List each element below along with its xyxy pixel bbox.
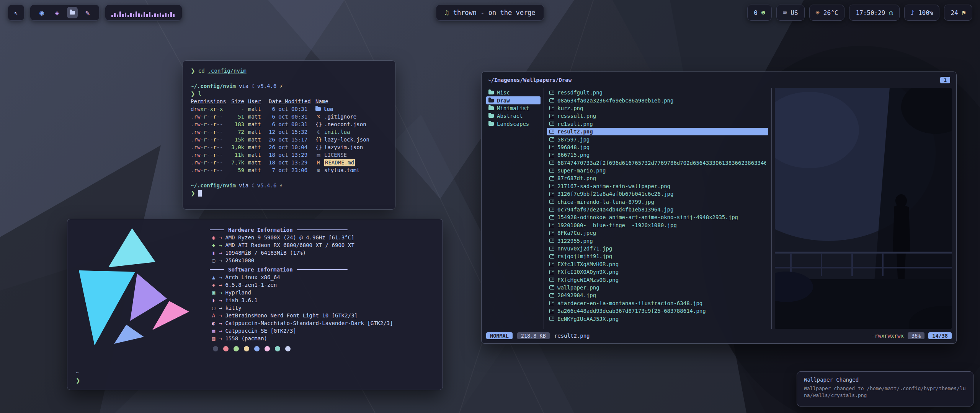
sidebar-folder-draw[interactable]: Draw — [486, 96, 541, 104]
starship-path: ~/.config/nvim — [191, 82, 236, 90]
sidebar-folder-minimalist[interactable]: Minimalist — [486, 104, 541, 112]
starship-path: ~/.config/nvim — [191, 182, 236, 189]
terminal-window[interactable]: ❯cd.config/nvim ~/.config/nvimvia☾v5.4.6… — [183, 60, 395, 210]
temperature-widget[interactable]: ☀26°C — [809, 5, 845, 21]
file-item[interactable]: rsjqojlmjhf91.jpg — [547, 252, 768, 260]
updates-widget[interactable]: 0☻ — [747, 5, 772, 21]
file-item[interactable]: 596848.jpg — [547, 143, 768, 151]
image-file-icon — [549, 309, 554, 313]
image-file-icon — [549, 247, 554, 251]
listing-row: .rw-r--r-- 7,7k matt 18 oct 13:29 MREADM… — [191, 159, 387, 166]
starship-via: via — [239, 82, 248, 90]
file-item[interactable]: 68747470733a2f2f696d616765732d7769786d70… — [547, 159, 768, 167]
file-item[interactable]: 3126f7e9bbf21a8a4af0b67b041c6e26.jpg — [547, 190, 768, 198]
browser-icon[interactable]: ◉ — [36, 7, 47, 18]
color-palette — [213, 346, 434, 351]
position-badge: 14/38 — [928, 332, 952, 339]
tab-badge[interactable]: 1 — [940, 77, 950, 83]
image-file-icon — [549, 161, 554, 165]
listing-row: .rw-r--r-- 59 matt 7 oct 23:06 ⚙stylua.t… — [191, 166, 387, 174]
fetch-line: ▮ → 10948MiB / 64183MiB (17%) — [210, 249, 434, 257]
clock-icon: ◷ — [889, 9, 893, 16]
file-item[interactable]: FXfcJlTXgAMvH6R.png — [547, 260, 768, 268]
file-item[interactable]: 08a634fa02a32364f69ebc86a98eb1eb.png — [547, 96, 768, 104]
file-item[interactable]: atardecer-en-la-montanas-ilustracion-634… — [547, 299, 768, 307]
file-item[interactable]: 5a266e448add93deab367d87173e9f25-6837886… — [547, 307, 768, 315]
fetch-line-icon: ▣ — [210, 289, 217, 296]
volume-label: 100% — [918, 9, 933, 16]
audio-visualizer — [105, 5, 182, 21]
fetch-line-icon: ▢ — [210, 305, 217, 311]
prompt-char: ❯ — [191, 90, 195, 98]
image-file-icon — [549, 239, 554, 243]
file-item[interactable]: FXfcHgcWIAMzs0G.png — [547, 276, 768, 283]
volume-widget[interactable]: ♪100% — [904, 5, 940, 21]
sidebar-folder-misc[interactable]: Misc — [486, 89, 541, 96]
fetch-line: ◗ → fish 3.6.1 — [210, 296, 434, 304]
file-item[interactable]: nnvuv0xj2df71.jpg — [547, 245, 768, 252]
file-item[interactable]: 217167-sad-anime-rain-wallpaper.png — [547, 182, 768, 190]
file-item[interactable]: resssult.png — [547, 112, 768, 120]
file-item[interactable]: super-mario.png — [547, 167, 768, 174]
file-item[interactable]: ressdfgult.png — [547, 89, 768, 96]
file-manager-window[interactable]: ~/Imagenes/Wallpapers/Draw 1 Misc Draw M… — [481, 72, 957, 344]
file-item[interactable]: 154928-odinokoe_anime-art-anime-okno-sin… — [547, 213, 768, 221]
file-item[interactable]: kurz.png — [547, 104, 768, 112]
file-size-badge: 218.8 KB — [517, 332, 550, 339]
terminal-cursor — [198, 190, 202, 197]
folder-icon — [488, 106, 494, 110]
notification-toast[interactable]: Wallpaper Changed Wallpaper changed to /… — [797, 371, 973, 406]
sidebar-folder-landscapes[interactable]: Landscapes — [486, 120, 541, 128]
file-item[interactable]: 3122955.png — [547, 237, 768, 244]
fetch-line-icon: ◐ — [210, 320, 217, 326]
files-icon[interactable] — [67, 7, 78, 18]
file-item[interactable]: result2.png — [547, 128, 768, 135]
file-item[interactable]: 19201080-__blue-tinge__-1920×1080.jpg — [547, 221, 768, 229]
fetch-line: ▲ → Arch Linux x86_64 — [210, 273, 434, 281]
filetype-icon: ⚙ — [315, 166, 322, 174]
fetch-line-icon: A — [210, 312, 217, 319]
temperature-icon: ☀ — [816, 9, 820, 16]
file-item[interactable]: re1sult.png — [547, 120, 768, 128]
fetch-line: ▦ → Catppuccin-SE [GTK2/3] — [210, 327, 434, 335]
breadcrumb-path: ~/Imagenes/Wallpapers/Draw — [488, 77, 572, 83]
file-item[interactable]: 8FKa7Cu.jpeg — [547, 229, 768, 237]
sidebar-folder-abstract[interactable]: Abstract — [486, 112, 541, 120]
app-icon[interactable]: ◈ — [52, 7, 62, 18]
fetch-line-icon: ▧ — [210, 335, 217, 341]
image-file-icon — [549, 285, 554, 289]
image-file-icon — [549, 184, 554, 188]
clock-widget[interactable]: 17:50:29◷ — [849, 5, 899, 21]
scroll-percent-badge: 36% — [908, 332, 924, 339]
keyboard-layout-icon: ⌨ — [783, 9, 787, 16]
palette-dot — [234, 346, 239, 351]
keyboard-layout-widget[interactable]: ⌨US — [776, 5, 805, 21]
fetch-window[interactable]: Hardware Information ◉ → AMD Ryzen 9 590… — [67, 219, 443, 390]
image-file-icon — [549, 317, 554, 321]
file-item[interactable]: 20492984.jpg — [547, 291, 768, 299]
fetch-line-icon: ▢ — [210, 257, 217, 263]
visualizer-bars — [111, 8, 176, 17]
file-item[interactable]: FXfcII0X0AQyn9X.png — [547, 268, 768, 276]
image-file-icon — [549, 192, 554, 196]
file-item[interactable]: chica-mirando-la-luna-8799.jpg — [547, 198, 768, 205]
list-command: l — [198, 90, 201, 98]
fetch-line: ◐ → Catppuccin-Macchiato-Standard-Lavend… — [210, 319, 434, 327]
command-arg: .config/nvim — [208, 67, 247, 75]
image-file-icon — [549, 114, 554, 118]
file-item[interactable]: 87r687df.png — [547, 174, 768, 182]
launcher-button[interactable]: ↖ — [8, 5, 24, 21]
file-item[interactable]: 587597.jpg — [547, 135, 768, 143]
lua-version: v5.4.6 — [257, 82, 277, 90]
file-item[interactable]: wallpaper.png — [547, 284, 768, 291]
image-file-icon — [549, 153, 554, 157]
media-player-widget[interactable]: ♫ thrown - on the verge — [436, 5, 544, 21]
file-item[interactable]: 866715.png — [547, 151, 768, 159]
file-item[interactable]: 0c794faf07de24a4db4d4fb1eb813964.jpg — [547, 206, 768, 213]
image-preview — [775, 88, 952, 329]
palette-dot — [265, 346, 270, 351]
brush-icon[interactable]: ✎ — [82, 7, 93, 18]
command-text: cd — [198, 67, 205, 75]
notifications-widget[interactable]: 24⚑ — [944, 5, 972, 21]
file-item[interactable]: EeNKYgIUcAAJ5JX.png — [547, 315, 768, 322]
